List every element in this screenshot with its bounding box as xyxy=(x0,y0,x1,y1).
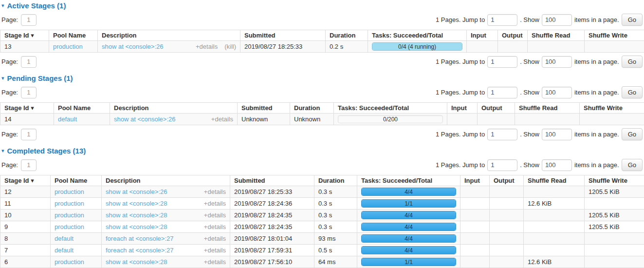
pool-name-link[interactable]: production xyxy=(55,258,84,266)
column-header[interactable]: Output xyxy=(478,103,515,114)
page-number-input[interactable] xyxy=(21,87,37,98)
kill-link[interactable]: (kill) xyxy=(224,43,236,50)
column-header[interactable]: Tasks: Succeeded/Total xyxy=(368,30,467,41)
column-header[interactable]: Description xyxy=(102,175,230,186)
column-header[interactable]: Shuffle Write xyxy=(585,175,644,186)
pager-row: Page: 1 Pages. Jump to . Show items in a… xyxy=(1,86,643,99)
page-number-input[interactable] xyxy=(21,14,37,26)
column-header[interactable]: Pool Name xyxy=(49,30,98,41)
show-items-input[interactable] xyxy=(542,159,572,171)
details-toggle[interactable]: +details xyxy=(196,43,218,50)
pool-name-link[interactable]: production xyxy=(55,188,84,195)
task-progress-bar: 0/200 xyxy=(338,115,443,123)
cell-description: show at <console>:28+details xyxy=(102,221,230,233)
column-header[interactable]: Tasks: Succeeded/Total xyxy=(334,103,447,114)
column-header[interactable]: Duration xyxy=(290,103,334,114)
pool-name-link[interactable]: default xyxy=(58,115,77,123)
column-header[interactable]: Submitted xyxy=(240,30,326,41)
details-toggle[interactable]: +details xyxy=(204,200,226,207)
jump-to-input[interactable] xyxy=(487,159,517,171)
column-header[interactable]: Stage Id ▾ xyxy=(0,30,49,41)
details-toggle[interactable]: +details xyxy=(204,211,226,219)
jump-to-input[interactable] xyxy=(487,129,517,140)
pending-stages-table: Stage Id ▾Pool NameDescriptionSubmittedD… xyxy=(0,102,644,125)
cell-tasks: 4/4 xyxy=(357,245,460,256)
stage-description-link[interactable]: show at <console>:26 xyxy=(102,43,163,50)
column-header[interactable]: Input xyxy=(467,30,498,41)
column-header[interactable]: Input xyxy=(460,175,490,186)
page-number-input[interactable] xyxy=(21,56,37,68)
pool-name-link[interactable]: production xyxy=(53,43,83,50)
stage-description-link[interactable]: show at <console>:26 xyxy=(114,115,175,123)
page-number-input[interactable] xyxy=(21,159,37,171)
cell-output xyxy=(478,114,515,125)
pending-stages-heading[interactable]: ▾ Pending Stages (1) xyxy=(1,74,644,82)
pool-name-link[interactable]: default xyxy=(55,247,74,254)
jump-to-input[interactable] xyxy=(487,14,517,26)
column-header[interactable]: Output xyxy=(490,175,524,186)
task-progress-label: 4/4 xyxy=(362,212,456,219)
section-title: Pending Stages (1) xyxy=(7,74,73,82)
go-button[interactable]: Go xyxy=(622,128,643,140)
stage-description-link[interactable]: foreach at <console>:27 xyxy=(106,235,174,242)
cell-submitted: 2019/08/27 17:56:10 xyxy=(230,256,314,268)
task-progress-label: 4/4 xyxy=(362,224,456,230)
active-stages-section: ▾ Active Stages (1) Page: 1 Pages. Jump … xyxy=(0,1,644,68)
show-items-input[interactable] xyxy=(542,87,572,98)
active-stages-heading[interactable]: ▾ Active Stages (1) xyxy=(1,1,644,10)
page-number-input[interactable] xyxy=(21,129,37,140)
go-button[interactable]: Go xyxy=(622,14,643,26)
show-items-input[interactable] xyxy=(542,56,572,68)
details-toggle[interactable]: +details xyxy=(211,115,233,123)
column-header[interactable]: Tasks: Succeeded/Total xyxy=(357,175,460,186)
cell-submitted: 2019/08/27 18:25:33 xyxy=(240,41,326,53)
cell-shuffle-write xyxy=(585,198,644,210)
pool-name-link[interactable]: default xyxy=(55,235,74,242)
show-items-input[interactable] xyxy=(542,14,572,26)
column-header[interactable]: Duration xyxy=(314,175,357,186)
jump-to-input[interactable] xyxy=(487,56,517,68)
go-button[interactable]: Go xyxy=(622,86,643,98)
go-button[interactable]: Go xyxy=(622,159,643,171)
column-header[interactable]: Stage Id ▾ xyxy=(0,103,54,114)
column-header[interactable]: Duration xyxy=(326,30,368,41)
column-header[interactable]: Shuffle Read xyxy=(515,103,580,114)
column-header[interactable]: Shuffle Read xyxy=(528,30,585,41)
stage-description-link[interactable]: show at <console>:28 xyxy=(106,200,167,207)
stage-description-link[interactable]: show at <console>:28 xyxy=(106,223,167,230)
column-header[interactable]: Shuffle Write xyxy=(580,103,644,114)
cell-duration: 0.5 s xyxy=(314,245,357,256)
stage-description-link[interactable]: foreach at <console>:27 xyxy=(106,247,174,254)
details-toggle[interactable]: +details xyxy=(204,223,226,230)
go-button[interactable]: Go xyxy=(622,56,643,68)
stage-description-link[interactable]: show at <console>:26 xyxy=(106,188,167,195)
show-items-input[interactable] xyxy=(542,129,572,140)
completed-stages-heading[interactable]: ▾ Completed Stages (13) xyxy=(1,147,644,155)
column-header[interactable]: Description xyxy=(98,30,240,41)
column-header[interactable]: Stage Id ▾ xyxy=(0,175,51,186)
pool-name-link[interactable]: production xyxy=(55,200,84,207)
column-header[interactable]: Output xyxy=(498,30,528,41)
pool-name-link[interactable]: production xyxy=(55,211,84,219)
details-toggle[interactable]: +details xyxy=(204,258,226,266)
cell-pool-name: default xyxy=(51,245,102,256)
column-header[interactable]: Submitted xyxy=(238,103,290,114)
details-toggle[interactable]: +details xyxy=(204,188,226,195)
column-header[interactable]: Pool Name xyxy=(51,175,102,186)
items-text: items in a page. xyxy=(574,16,619,23)
column-header[interactable]: Shuffle Read xyxy=(524,175,585,186)
details-toggle[interactable]: +details xyxy=(204,235,226,242)
column-header[interactable]: Pool Name xyxy=(54,103,110,114)
stage-description-link[interactable]: show at <console>:28 xyxy=(106,258,167,266)
details-toggle[interactable]: +details xyxy=(204,247,226,254)
pool-name-link[interactable]: production xyxy=(55,223,84,230)
column-header[interactable]: Input xyxy=(447,103,478,114)
column-header[interactable]: Shuffle Write xyxy=(585,30,644,41)
cell-duration: 0.3 s xyxy=(314,186,357,198)
column-header[interactable]: Submitted xyxy=(230,175,314,186)
stage-description-link[interactable]: show at <console>:28 xyxy=(106,211,167,219)
cell-tasks: 0/200 xyxy=(334,114,447,125)
page-label: Page: xyxy=(1,16,18,23)
jump-to-input[interactable] xyxy=(487,87,517,98)
column-header[interactable]: Description xyxy=(110,103,238,114)
